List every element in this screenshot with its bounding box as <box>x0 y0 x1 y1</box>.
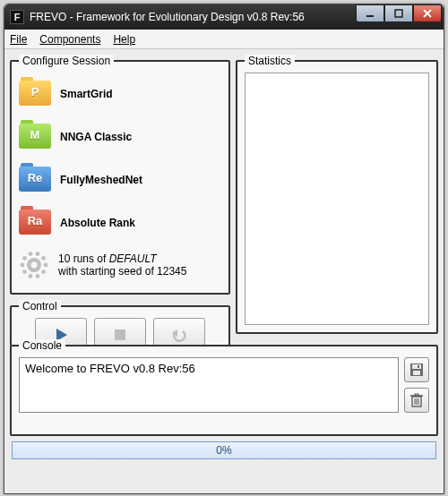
statistics-legend: Statistics <box>245 55 295 67</box>
configure-item-label: FullyMeshedNet <box>60 174 142 186</box>
configure-item-label: Absolute Rank <box>60 217 135 229</box>
console-legend: Console <box>19 339 65 352</box>
statistics-panel: Statistics <box>236 55 438 334</box>
configure-item-3[interactable]: RaAbsolute Rank <box>19 201 221 244</box>
titlebar[interactable]: F FREVO - Framework for Evolutionary Des… <box>4 4 444 30</box>
control-legend: Control <box>19 300 61 312</box>
svg-point-7 <box>22 269 27 274</box>
menu-bar: File Components Help <box>4 30 444 49</box>
app-icon: F <box>10 10 24 24</box>
menu-components[interactable]: Components <box>39 33 100 46</box>
menu-file[interactable]: File <box>10 33 27 46</box>
svg-point-4 <box>41 269 46 274</box>
clear-console-button[interactable] <box>404 388 429 413</box>
close-icon <box>423 9 432 18</box>
configure-item-2[interactable]: ReFullyMeshedNet <box>19 158 221 201</box>
trash-icon <box>410 393 423 407</box>
folder-icon: Ra <box>19 210 51 236</box>
gear-icon <box>19 250 49 280</box>
console-panel: Console <box>10 339 438 436</box>
svg-point-3 <box>44 263 48 268</box>
svg-point-12 <box>41 256 46 261</box>
svg-point-8 <box>21 263 25 268</box>
svg-rect-20 <box>418 365 419 368</box>
window-title: FREVO - Framework for Evolutionary Desig… <box>30 11 305 23</box>
svg-point-5 <box>36 274 40 278</box>
configure-item-0[interactable]: PSmartGrid <box>19 73 221 115</box>
floppy-disk-icon <box>409 363 424 377</box>
configure-item-1[interactable]: MNNGA Classic <box>19 115 221 158</box>
svg-rect-1 <box>395 10 402 17</box>
client-area: Configure Session PSmartGridMNNGA Classi… <box>4 49 444 493</box>
folder-icon: M <box>19 124 51 150</box>
window-control-buttons <box>356 4 442 22</box>
configure-session-panel: Configure Session PSmartGridMNNGA Classi… <box>10 55 230 295</box>
maximize-icon <box>394 9 403 18</box>
svg-rect-23 <box>415 394 418 396</box>
save-console-button[interactable] <box>404 357 429 382</box>
svg-point-6 <box>29 274 33 278</box>
configure-item-label: SmartGrid <box>60 88 113 100</box>
configure-item-label: NNGA Classic <box>60 131 132 143</box>
app-window: F FREVO - Framework for Evolutionary Des… <box>4 4 444 494</box>
progress-label: 0% <box>216 444 231 457</box>
svg-rect-18 <box>412 364 421 369</box>
minimize-button[interactable] <box>356 4 384 22</box>
folder-icon: P <box>19 81 51 107</box>
svg-point-11 <box>36 252 40 256</box>
statistics-canvas <box>245 73 429 325</box>
svg-point-13 <box>31 262 38 269</box>
menu-help[interactable]: Help <box>113 33 135 46</box>
minimize-icon <box>366 9 375 18</box>
svg-point-10 <box>29 252 33 256</box>
runs-text: 10 runs of DEFAULTwith starting seed of … <box>58 252 186 278</box>
svg-point-9 <box>22 256 27 261</box>
maximize-button[interactable] <box>384 4 413 22</box>
configure-legend: Configure Session <box>19 55 114 67</box>
progress-bar: 0% <box>12 441 436 459</box>
runs-row[interactable]: 10 runs of DEFAULTwith starting seed of … <box>19 244 221 286</box>
close-button[interactable] <box>413 4 442 22</box>
console-output[interactable] <box>19 357 399 413</box>
folder-icon: Re <box>19 167 51 193</box>
svg-rect-19 <box>413 371 420 375</box>
